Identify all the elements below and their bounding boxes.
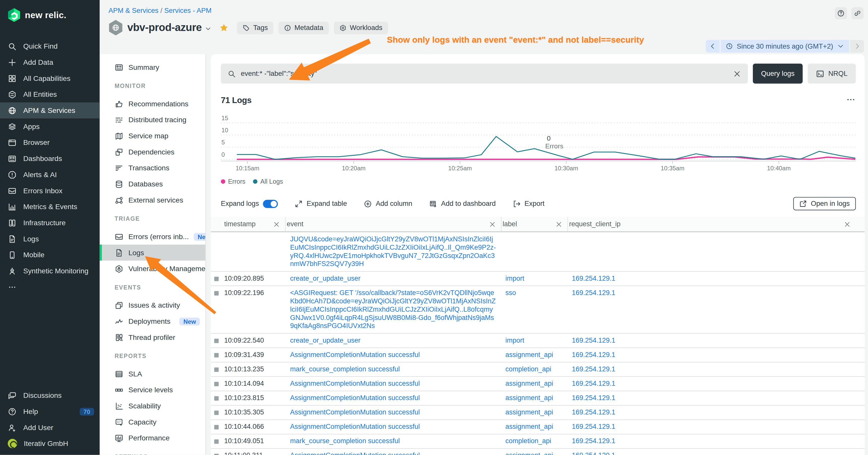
time-forward-button[interactable] xyxy=(850,40,864,53)
log-client-ip-link[interactable]: 169.254.129.1 xyxy=(572,452,616,455)
subnav-item-databases[interactable]: Databases xyxy=(99,176,206,192)
sidebar-item-discussions[interactable]: Discussions xyxy=(0,387,99,403)
log-row[interactable]: 10:11:00.311AssignmentCompletionMutation… xyxy=(211,448,865,455)
log-client-ip-link[interactable]: 169.254.129.1 xyxy=(572,365,616,373)
log-label-link[interactable]: assignment_api xyxy=(505,452,553,455)
sidebar-item-metrics-events[interactable]: Metrics & Events xyxy=(0,199,99,215)
log-label-link[interactable]: assignment_api xyxy=(505,351,553,359)
log-row[interactable]: 10:10:44.066AssignmentCompletionMutation… xyxy=(211,420,865,434)
log-label-link[interactable]: assignment_api xyxy=(505,380,553,388)
subnav-item-sla[interactable]: SLA xyxy=(99,366,206,382)
breadcrumb-link-services-apm[interactable]: Services - APM xyxy=(164,6,212,14)
row-checkbox[interactable] xyxy=(214,291,219,295)
log-row[interactable]: 10:09:22.196<ASGIRequest: GET '/sso/call… xyxy=(211,286,865,333)
sidebar-item-add-user[interactable]: Add User xyxy=(0,420,99,435)
row-checkbox[interactable] xyxy=(214,382,219,387)
breadcrumb-link-apm-services[interactable]: APM & Services xyxy=(108,6,158,14)
log-row[interactable]: 10:10:35.305AssignmentCompletionMutation… xyxy=(211,405,865,420)
subnav-item-transactions[interactable]: Transactions xyxy=(99,160,206,176)
nrql-button[interactable]: NRQL xyxy=(808,64,856,84)
log-row[interactable]: 10:10:14.094AssignmentCompletionMutation… xyxy=(211,377,865,391)
subnav-item-capacity[interactable]: Capacity xyxy=(99,414,206,430)
log-row[interactable]: 10:10:13.235mark_course_completion succe… xyxy=(211,362,865,376)
log-event-link[interactable]: mark_course_completion successful xyxy=(290,365,400,373)
favorite-star-icon[interactable] xyxy=(219,23,229,32)
log-event-link[interactable]: mark_course_completion successful xyxy=(290,437,400,445)
log-client-ip-link[interactable]: 169.254.129.1 xyxy=(572,351,616,359)
remove-column-icon[interactable] xyxy=(273,221,280,228)
subnav-item-issues-activity[interactable]: Issues & activity xyxy=(99,297,206,313)
sidebar-item-help[interactable]: Help70 xyxy=(0,403,99,420)
log-event-link[interactable]: JUQVU&code=eyJraWQiOiJjcGltY29yZV8wOTl1M… xyxy=(290,235,496,268)
subnav-item-performance[interactable]: Performance xyxy=(99,430,206,446)
remove-column-icon[interactable] xyxy=(555,221,562,228)
newrelic-logo[interactable]: new relic. xyxy=(0,0,99,31)
log-event-link[interactable]: AssignmentCompletionMutation successful xyxy=(290,394,420,402)
entity-dropdown-chevron-icon[interactable] xyxy=(205,26,212,32)
row-checkbox[interactable] xyxy=(214,411,219,415)
sidebar-item-infrastructure[interactable]: Infrastructure xyxy=(0,215,99,231)
time-range-selector[interactable]: Since 30 minutes ago (GMT+2) xyxy=(721,40,849,53)
log-label-link[interactable]: completion_api xyxy=(505,365,551,373)
log-event-link[interactable]: AssignmentCompletionMutation successful xyxy=(290,452,420,455)
sidebar-item-apm-services[interactable]: APM & Services xyxy=(0,102,99,119)
log-label-link[interactable]: assignment_api xyxy=(505,423,553,430)
subnav-item-vulnerability-management[interactable]: Vulnerability Management xyxy=(99,261,206,277)
log-row[interactable]: 10:10:49.051mark_course_completion succe… xyxy=(211,434,865,448)
row-checkbox[interactable] xyxy=(214,367,219,372)
remove-column-icon[interactable] xyxy=(489,221,496,228)
subnav-item-external-services[interactable]: External services xyxy=(99,192,206,208)
row-checkbox[interactable] xyxy=(214,338,219,343)
row-checkbox[interactable] xyxy=(214,277,219,281)
row-checkbox[interactable] xyxy=(214,425,219,429)
log-row[interactable]: JUQVU&code=eyJraWQiOiJjcGltY29yZV8wOTl1M… xyxy=(211,232,865,271)
legend-item-errors[interactable]: Errors xyxy=(221,178,245,185)
remove-column-icon[interactable] xyxy=(843,221,851,228)
subnav-item-deployments[interactable]: DeploymentsNew xyxy=(99,313,206,329)
add-column-button[interactable]: Add column xyxy=(364,199,412,208)
log-label-link[interactable]: import xyxy=(505,336,524,344)
log-client-ip-link[interactable]: 169.254.129.1 xyxy=(572,394,616,402)
log-client-ip-link[interactable]: 169.254.129.1 xyxy=(572,409,616,416)
log-label-link[interactable]: import xyxy=(505,274,524,282)
subnav-item-distributed-tracing[interactable]: Distributed tracing xyxy=(99,112,206,128)
sidebar-item-alerts-ai[interactable]: Alerts & AI xyxy=(0,166,99,183)
expand-table-button[interactable]: Expand table xyxy=(294,199,347,208)
log-row[interactable]: 10:09:22.540create_or_update_userimport1… xyxy=(211,333,865,348)
sidebar-item-browser[interactable]: Browser xyxy=(0,134,99,151)
subnav-item-service-levels[interactable]: Service levels xyxy=(99,382,206,398)
sidebar-item-all-entities[interactable]: All Entities xyxy=(0,87,99,102)
log-row[interactable]: 10:09:20.895create_or_update_userimport1… xyxy=(211,271,865,286)
add-to-dashboard-button[interactable]: Add to dashboard xyxy=(429,199,496,208)
log-client-ip-link[interactable]: 169.254.129.1 xyxy=(572,336,616,344)
sidebar-item-more[interactable] xyxy=(0,279,99,295)
log-label-link[interactable]: assignment_api xyxy=(505,409,553,416)
log-event-link[interactable]: <ASGIRequest: GET '/sso/callback/?state=… xyxy=(290,289,496,330)
logs-search-input[interactable]: event:* -"label":"security" xyxy=(221,64,748,84)
sidebar-item-dashboards[interactable]: Dashboards xyxy=(0,151,99,166)
open-in-logs-button[interactable]: Open in logs xyxy=(793,197,856,210)
log-event-link[interactable]: create_or_update_user xyxy=(290,336,361,344)
log-event-link[interactable]: AssignmentCompletionMutation successful xyxy=(290,351,420,359)
log-client-ip-link[interactable]: 169.254.129.1 xyxy=(572,289,616,297)
sidebar-item-iterativ-gmbh[interactable]: Iterativ GmbH xyxy=(0,435,99,452)
sidebar-item-logs[interactable]: Logs xyxy=(0,231,99,247)
log-client-ip-link[interactable]: 169.254.129.1 xyxy=(572,437,616,445)
log-event-link[interactable]: AssignmentCompletionMutation successful xyxy=(290,423,420,430)
log-client-ip-link[interactable]: 169.254.129.1 xyxy=(572,380,616,388)
log-event-link[interactable]: AssignmentCompletionMutation successful xyxy=(290,380,420,388)
log-label-link[interactable]: sso xyxy=(505,289,516,297)
sidebar-item-all-capabilities[interactable]: All Capabilities xyxy=(0,70,99,87)
query-logs-button[interactable]: Query logs xyxy=(753,64,803,84)
export-button[interactable]: Export xyxy=(513,199,545,208)
log-row[interactable]: 10:10:23.815AssignmentCompletionMutation… xyxy=(211,391,865,405)
log-event-link[interactable]: create_or_update_user xyxy=(290,274,361,282)
log-label-link[interactable]: assignment_api xyxy=(505,394,553,402)
legend-item-all-logs[interactable]: All Logs xyxy=(253,178,283,185)
subnav-item-errors-errors-inb[interactable]: Errors (errors inb...New xyxy=(99,228,206,245)
subnav-item-thread-profiler[interactable]: Thread profiler xyxy=(99,329,206,346)
row-checkbox[interactable] xyxy=(214,396,219,401)
sidebar-item-quick-find[interactable]: Quick Find xyxy=(0,38,99,55)
panel-menu-ellipsis-icon[interactable] xyxy=(846,95,856,105)
entity-title[interactable]: vbv-prod-azure xyxy=(127,22,202,34)
